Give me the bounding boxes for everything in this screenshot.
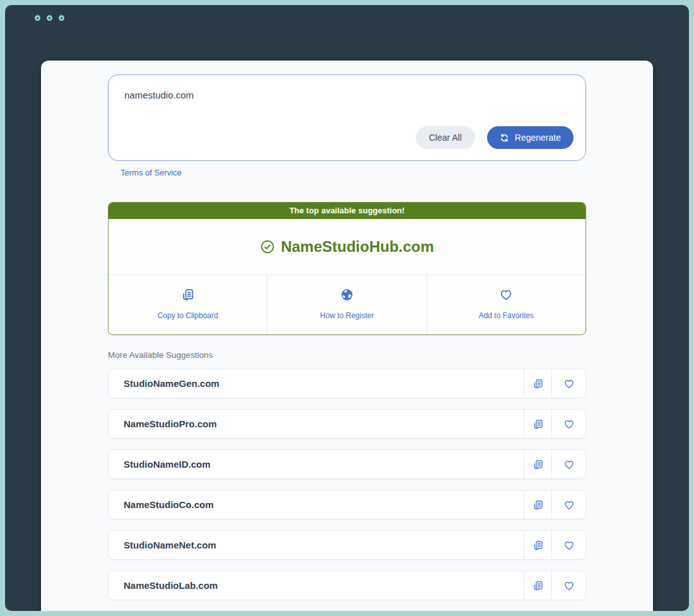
heart-icon xyxy=(563,580,575,591)
domain-input-value[interactable]: namestudio.com xyxy=(124,90,194,100)
window-controls xyxy=(35,15,64,21)
top-suggestion-domain-text: NameStudioHub.com xyxy=(281,238,434,256)
suggestion-row: StudioNameID.com xyxy=(108,449,586,479)
row-copy-button[interactable] xyxy=(524,531,551,559)
row-copy-button[interactable] xyxy=(524,450,551,478)
top-suggestion-card: The top available suggestion! NameStudio… xyxy=(108,202,586,335)
check-circle-icon xyxy=(260,239,275,254)
copy-icon xyxy=(532,499,544,511)
copy-icon xyxy=(532,418,544,430)
more-suggestions-heading: More Available Suggestions xyxy=(108,350,586,360)
row-favorite-button[interactable] xyxy=(551,571,585,600)
row-favorite-button[interactable] xyxy=(551,410,585,438)
row-favorite-button[interactable] xyxy=(551,369,585,398)
copy-icon xyxy=(532,580,544,591)
suggestion-row: StudioNameNet.com xyxy=(108,530,586,560)
globe-icon xyxy=(340,288,354,302)
window-dot-icon[interactable] xyxy=(35,15,40,21)
app-window: namestudio.com Clear All Regenerat xyxy=(5,5,689,611)
add-to-favorites-label: Add to Favorites xyxy=(427,311,585,320)
top-suggestion-banner: The top available suggestion! xyxy=(109,203,585,219)
clear-all-button[interactable]: Clear All xyxy=(416,126,475,149)
heart-icon xyxy=(563,499,575,511)
heart-icon xyxy=(563,459,575,470)
heart-icon xyxy=(563,418,575,430)
suggestion-domain: StudioNameNet.com xyxy=(109,531,524,559)
add-to-favorites-button[interactable]: Add to Favorites xyxy=(426,275,585,335)
copy-icon xyxy=(532,459,544,470)
suggestion-row: StudioNameGen.com xyxy=(108,369,586,398)
top-suggestion-domain: NameStudioHub.com xyxy=(109,219,585,275)
how-to-register-button[interactable]: How to Register xyxy=(267,275,426,335)
row-favorite-button[interactable] xyxy=(551,490,585,519)
suggestion-domain: StudioNameGen.com xyxy=(109,369,524,398)
copy-icon xyxy=(532,540,544,551)
row-copy-button[interactable] xyxy=(524,571,551,600)
suggestion-row: NameStudioPro.com xyxy=(108,409,586,439)
row-favorite-button[interactable] xyxy=(551,450,585,478)
copy-icon xyxy=(532,378,544,389)
top-suggestion-actions: Copy to Clipboard How to Register xyxy=(109,275,585,335)
heart-icon xyxy=(563,378,575,389)
main-card: namestudio.com Clear All Regenerat xyxy=(41,61,653,611)
heart-icon xyxy=(499,288,513,302)
regenerate-label: Regenerate xyxy=(515,133,561,143)
copy-to-clipboard-button[interactable]: Copy to Clipboard xyxy=(109,275,267,335)
copy-icon xyxy=(181,288,195,302)
terms-of-service-link[interactable]: Terms of Service xyxy=(121,168,182,177)
suggestions-list: StudioNameGen.com xyxy=(108,369,586,611)
copy-to-clipboard-label: Copy to Clipboard xyxy=(109,311,267,320)
suggestion-domain: StudioNameID.com xyxy=(109,450,524,478)
row-copy-button[interactable] xyxy=(524,410,551,438)
heart-icon xyxy=(563,540,575,551)
suggestion-row: NameStudioCo.com xyxy=(108,490,586,519)
suggestion-domain: NameStudioLab.com xyxy=(109,571,524,600)
row-copy-button[interactable] xyxy=(524,369,551,398)
domain-input-box[interactable]: namestudio.com Clear All Regenerat xyxy=(108,74,586,161)
window-dot-icon[interactable] xyxy=(47,15,52,21)
window-dot-icon[interactable] xyxy=(59,15,64,21)
refresh-icon xyxy=(500,133,509,143)
suggestion-domain: NameStudioPro.com xyxy=(109,410,524,438)
suggestion-row: NameStudioLab.com xyxy=(108,571,586,600)
row-copy-button[interactable] xyxy=(524,490,551,519)
row-favorite-button[interactable] xyxy=(551,531,585,559)
regenerate-button[interactable]: Regenerate xyxy=(487,126,573,149)
suggestion-domain: NameStudioCo.com xyxy=(109,490,524,519)
how-to-register-label: How to Register xyxy=(268,311,426,320)
